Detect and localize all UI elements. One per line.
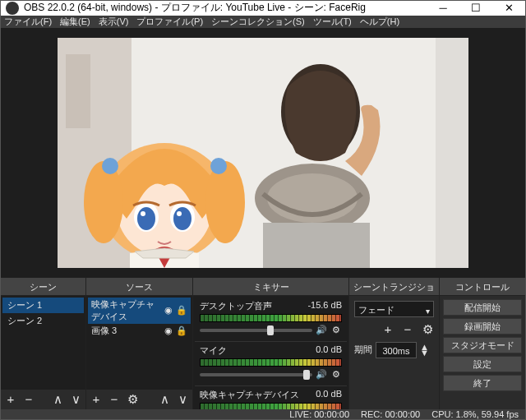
speaker-icon[interactable]: 🔊: [316, 325, 327, 336]
app-icon: [6, 2, 19, 15]
svg-rect-2: [66, 54, 90, 128]
scene-up-button[interactable]: ∧: [51, 392, 64, 407]
gear-icon[interactable]: ⚙: [330, 325, 342, 336]
window-title: OBS 22.0.2 (64-bit, windows) - プロファイル: Y…: [24, 1, 427, 15]
source-item[interactable]: 映像キャプチャデバイス ◉ 🔒: [88, 298, 191, 324]
volume-slider[interactable]: [200, 373, 312, 376]
sources-header: ソース: [86, 278, 192, 296]
scenes-panel: シーン シーン 1 シーン 2 + − ∧ ∨: [1, 278, 86, 409]
controls-panel: コントロール 配信開始 録画開始 スタジオモード 設定 終了: [440, 278, 525, 409]
scene-down-button[interactable]: ∨: [69, 392, 82, 407]
channel-name: デスクトップ音声: [200, 300, 272, 312]
status-cpu: CPU: 1.8%, 59.94 fps: [431, 409, 519, 419]
transitions-header: シーントランジション: [349, 278, 439, 296]
svg-point-16: [102, 158, 118, 174]
source-settings-button[interactable]: ⚙: [126, 392, 139, 407]
channel-name: 映像キャプチャデバイス: [200, 389, 299, 401]
duration-input[interactable]: 300ms: [376, 342, 417, 358]
lock-icon[interactable]: 🔒: [176, 325, 187, 336]
menu-edit[interactable]: 編集(E): [60, 16, 90, 28]
maximize-button[interactable]: ☐: [459, 1, 492, 16]
source-label: 画像 3: [91, 325, 117, 337]
menu-tools[interactable]: ツール(T): [313, 16, 352, 28]
scene-item[interactable]: シーン 2: [2, 313, 84, 329]
svg-rect-11: [263, 223, 370, 268]
mixer-channel: デスクトップ音声-15.6 dB 🔊 ⚙: [195, 298, 347, 342]
close-button[interactable]: ✕: [492, 1, 525, 16]
transition-select[interactable]: フェード: [354, 301, 434, 317]
mixer-channel: 映像キャプチャデバイス0.0 dB 🔊 ⚙: [195, 386, 347, 409]
svg-point-14: [84, 161, 123, 243]
source-down-button[interactable]: ∨: [176, 392, 189, 407]
settings-button[interactable]: 設定: [443, 356, 522, 372]
add-transition-button[interactable]: +: [381, 322, 394, 336]
studio-mode-button[interactable]: スタジオモード: [443, 337, 522, 353]
vu-meter: [200, 358, 342, 367]
svg-point-15: [205, 161, 245, 243]
minimize-button[interactable]: ─: [427, 1, 459, 16]
svg-rect-3: [436, 38, 468, 268]
channel-db: -15.6 dB: [307, 300, 342, 312]
preview-canvas[interactable]: [58, 38, 468, 268]
menu-scene-collection[interactable]: シーンコレクション(S): [211, 16, 305, 28]
preview-area[interactable]: [1, 28, 525, 278]
duration-down-button[interactable]: ▼: [420, 350, 429, 356]
status-rec: REC: 00:00:00: [361, 409, 420, 419]
svg-point-17: [210, 158, 227, 174]
sources-list[interactable]: 映像キャプチャデバイス ◉ 🔒 画像 3 ◉ 🔒: [86, 296, 192, 390]
remove-scene-button[interactable]: −: [22, 392, 35, 406]
titlebar: OBS 22.0.2 (64-bit, windows) - プロファイル: Y…: [1, 1, 525, 16]
gear-icon[interactable]: ⚙: [330, 369, 342, 381]
menu-profile[interactable]: プロファイル(P): [136, 16, 203, 28]
menu-help[interactable]: ヘルプ(H): [360, 16, 399, 28]
transition-settings-button[interactable]: ⚙: [421, 322, 434, 337]
remove-source-button[interactable]: −: [108, 392, 121, 406]
lock-icon[interactable]: 🔒: [176, 305, 187, 316]
add-scene-button[interactable]: +: [4, 392, 17, 406]
mixer-list[interactable]: デスクトップ音声-15.6 dB 🔊 ⚙ マイク0.0 dB 🔊 ⚙ 映像キャプ…: [193, 296, 348, 409]
duration-label: 期間: [354, 344, 372, 356]
channel-db: 0.0 dB: [316, 344, 342, 357]
dock: シーン シーン 1 シーン 2 + − ∧ ∨ ソース 映像キャプチャデバイス …: [1, 278, 525, 409]
mixer-header: ミキサー: [193, 278, 348, 296]
start-recording-button[interactable]: 録画開始: [443, 318, 522, 335]
channel-name: マイク: [200, 344, 227, 357]
channel-db: 0.0 dB: [316, 389, 342, 401]
visibility-icon[interactable]: ◉: [164, 305, 173, 316]
svg-point-21: [173, 207, 191, 230]
sources-panel: ソース 映像キャプチャデバイス ◉ 🔒 画像 3 ◉ 🔒 + − ⚙ ∧ ∨: [86, 278, 193, 409]
svg-point-23: [177, 211, 182, 216]
source-label: 映像キャプチャデバイス: [91, 298, 161, 323]
menu-view[interactable]: 表示(V): [99, 16, 129, 28]
source-up-button[interactable]: ∧: [158, 392, 171, 407]
vu-meter: [200, 403, 342, 409]
transitions-panel: シーントランジション フェード + − ⚙ 期間 300ms ▲ ▼: [349, 278, 440, 409]
add-source-button[interactable]: +: [90, 392, 103, 406]
menubar: ファイル(F) 編集(E) 表示(V) プロファイル(P) シーンコレクション(…: [1, 16, 525, 28]
remove-transition-button[interactable]: −: [401, 322, 414, 336]
volume-slider[interactable]: [200, 329, 312, 332]
mixer-panel: ミキサー デスクトップ音声-15.6 dB 🔊 ⚙ マイク0.0 dB 🔊 ⚙ …: [193, 278, 349, 409]
svg-point-20: [137, 207, 155, 230]
status-live: LIVE: 00:00:00: [289, 409, 349, 419]
start-streaming-button[interactable]: 配信開始: [443, 299, 522, 316]
svg-point-22: [141, 211, 145, 216]
statusbar: LIVE: 00:00:00 REC: 00:00:00 CPU: 1.8%, …: [1, 409, 525, 420]
menu-file[interactable]: ファイル(F): [4, 16, 52, 28]
speaker-icon[interactable]: 🔊: [316, 369, 327, 381]
scene-item[interactable]: シーン 1: [2, 298, 84, 313]
scenes-list[interactable]: シーン 1 シーン 2: [1, 296, 85, 390]
source-item[interactable]: 画像 3 ◉ 🔒: [88, 324, 191, 338]
controls-header: コントロール: [440, 278, 525, 296]
visibility-icon[interactable]: ◉: [164, 325, 173, 336]
mixer-channel: マイク0.0 dB 🔊 ⚙: [195, 342, 347, 386]
scenes-header: シーン: [1, 278, 85, 296]
exit-button[interactable]: 終了: [443, 375, 522, 391]
vu-meter: [200, 314, 342, 322]
